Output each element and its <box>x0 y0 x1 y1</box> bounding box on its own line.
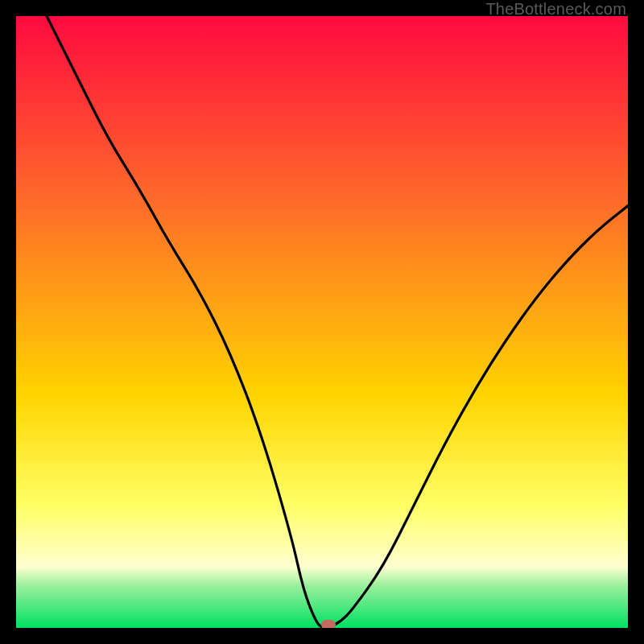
bottleneck-curve <box>16 16 628 628</box>
optimum-marker <box>321 620 336 628</box>
chart-frame: TheBottleneck.com <box>0 0 644 644</box>
plot-area <box>16 16 628 628</box>
